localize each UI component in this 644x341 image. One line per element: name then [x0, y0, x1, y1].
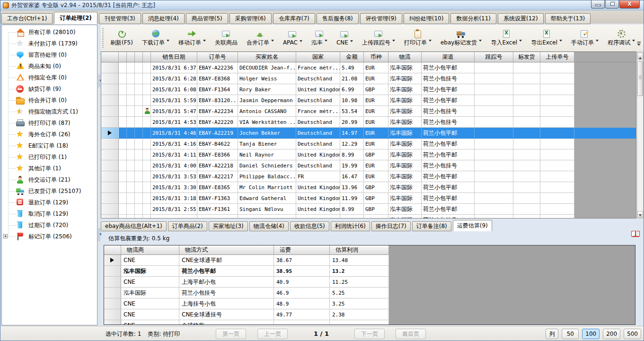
menu-tab[interactable]: 评价管理(9): [360, 13, 402, 24]
toolbar-button[interactable]: 上传跟踪号: [358, 26, 399, 50]
sidebar-item[interactable]: 所有订单 (28010): [2, 26, 97, 38]
close-button[interactable]: [619, 0, 640, 9]
toolbar-button[interactable]: 手动订单: [567, 26, 602, 50]
row-selector-cell[interactable]: [104, 266, 121, 277]
chevron-down-icon[interactable]: [300, 40, 302, 44]
row-selector-cell[interactable]: [101, 182, 119, 193]
row-selector-cell[interactable]: [101, 204, 119, 215]
toolbar-button[interactable]: 打印订单: [400, 26, 435, 50]
tree-expand-icon[interactable]: [3, 234, 8, 238]
row-selector-cell[interactable]: [101, 171, 119, 182]
row-selector-cell[interactable]: [101, 62, 119, 73]
table-row[interactable]: 2015/8/31 4:46 EBAY-A22219 Jochen Bekker…: [101, 128, 636, 139]
detail-tab[interactable]: ebay商品信息(Alt+1): [101, 221, 167, 231]
freight-row[interactable]: CNE 全球快客: [104, 320, 389, 325]
toolbar-button[interactable]: 导入Excel: [487, 26, 526, 50]
menu-tab[interactable]: 帮助关于(13): [545, 13, 591, 24]
row-selector-cell[interactable]: [104, 277, 121, 288]
table-row[interactable]: 2015/8/31 3:18 EBAY-F1363 Edward Gathera…: [101, 193, 636, 204]
row-selector-cell[interactable]: [101, 95, 119, 106]
sidebar-item[interactable]: 过期订单 (720): [2, 219, 97, 231]
menu-tab[interactable]: 消息处理(4): [142, 13, 185, 24]
scrollbar-thumb[interactable]: [637, 61, 643, 96]
restore-button[interactable]: [605, 0, 619, 9]
freight-row[interactable]: CNE 上海挂号小包 48.9 3.25: [104, 298, 389, 309]
sidebar-item[interactable]: 其他订单 (1): [2, 163, 97, 174]
chevron-down-icon[interactable]: [271, 40, 274, 43]
sidebar-item[interactable]: 海外仓订单 (26): [2, 129, 97, 140]
sidebar-item[interactable]: 已打印订单 (1): [2, 151, 97, 163]
column-header-sale-date[interactable]: 销售日期: [151, 52, 197, 62]
chevron-down-icon[interactable]: [479, 40, 482, 43]
chevron-down-icon[interactable]: [632, 40, 635, 43]
toolbar-button[interactable]: APAC: [279, 26, 306, 50]
column-header-upload-no[interactable]: 上传单号: [540, 52, 574, 62]
sidebar-item[interactable]: 待打印订单 (87): [2, 117, 97, 129]
column-header-order-no[interactable]: 订单号: [197, 52, 238, 62]
toolbar-button[interactable]: 合并订单: [243, 26, 278, 50]
chevron-down-icon[interactable]: [429, 40, 432, 43]
sidebar-item[interactable]: 留言待处理 (0): [2, 49, 97, 61]
page-size-button[interactable]: 100: [582, 329, 600, 339]
row-selector-cell[interactable]: [101, 215, 119, 219]
sidebar-item[interactable]: 待指定仓库 (0): [2, 72, 97, 83]
freight-row[interactable]: 泓丰国际 荷兰小包平邮 38.95 13.2: [104, 266, 389, 277]
column-header-method[interactable]: 物流方式: [179, 245, 274, 255]
detail-tab[interactable]: 订单商品(2): [168, 221, 207, 231]
table-row[interactable]: 2015/8/31 5:59 EBAY-83120... Jasmin Depp…: [101, 95, 636, 106]
menu-tab[interactable]: 订单处理(2): [54, 12, 97, 24]
row-selector-cell[interactable]: [101, 160, 119, 171]
toolbar-button[interactable]: 泓丰: [308, 26, 331, 50]
menu-tab[interactable]: 系统设置(12): [498, 13, 544, 24]
column-header-ship-flag[interactable]: 标发货: [513, 52, 540, 62]
toolbar-button[interactable]: 关联商品: [211, 26, 241, 50]
chevron-down-icon[interactable]: [167, 40, 169, 43]
detail-tab[interactable]: 利润统计(6): [331, 221, 370, 231]
table-row[interactable]: 2015/8/31 6:08 EBAY-F1364 Rory Baker Uni…: [101, 84, 636, 95]
menu-tab[interactable]: 仓库库存(7): [273, 13, 315, 24]
column-header-currency[interactable]: 币种: [364, 52, 388, 62]
prev-page-button[interactable]: 上一页: [257, 329, 288, 339]
row-selector-cell[interactable]: [104, 309, 121, 320]
toolbar-button[interactable]: 程序调试: [604, 26, 639, 50]
column-header-fee[interactable]: 运费: [274, 245, 330, 255]
freight-row[interactable]: CNE CNE全球通挂号 49.77 2.38: [104, 309, 389, 320]
column-header-tracking[interactable]: 跟踪号: [475, 52, 513, 62]
detail-tab[interactable]: 操作日志(7): [371, 221, 411, 231]
minimize-button[interactable]: [591, 0, 605, 9]
row-selector-cell[interactable]: [101, 84, 119, 95]
row-selector-cell[interactable]: [101, 128, 119, 139]
table-row[interactable]: 2015/8/31 4:53 EBAY-A22220 VIA Werkstätt…: [101, 117, 636, 128]
sidebar-item[interactable]: 退款订单 (129): [2, 197, 97, 208]
sidebar-item[interactable]: 未付款订单 (1739): [2, 38, 97, 49]
row-selector-cell[interactable]: [104, 298, 121, 309]
table-row[interactable]: 2015/8/31 5:47 EBAY-A22234 Antonio CASSA…: [101, 106, 636, 117]
column-header-profit[interactable]: 估算利润: [330, 245, 389, 255]
sidebar-item[interactable]: 待交运订单 (21): [2, 174, 97, 185]
sidebar-item[interactable]: 已发货订单 (25107): [2, 185, 97, 197]
chevron-down-icon[interactable]: [325, 40, 327, 43]
menu-tab[interactable]: 刊登管理(3): [99, 13, 141, 24]
sidebar-item[interactable]: 待合并订单 (0): [2, 95, 97, 106]
sidebar-splitter[interactable]: [97, 25, 101, 325]
toolbar-button[interactable]: ebay标记发货: [437, 26, 485, 50]
orders-scrollbar[interactable]: [637, 52, 644, 219]
table-row[interactable]: 2015/8/31 3:53 EBAY-A22217 Philippe Bald…: [101, 171, 636, 182]
row-selector-cell[interactable]: [101, 106, 119, 117]
row-selector-cell[interactable]: [101, 193, 119, 204]
column-header-channel[interactable]: 渠道: [422, 52, 475, 62]
table-row[interactable]: 2015/8/31 2:55 EBAY-F1361 Singani Ndlovu…: [101, 204, 636, 215]
row-selector-cell[interactable]: [104, 255, 121, 266]
column-header-logistics[interactable]: 物流: [388, 52, 422, 62]
first-page-button[interactable]: 第一页: [216, 329, 246, 339]
toolbar-button[interactable]: 下载订单: [138, 26, 173, 50]
sidebar-item[interactable]: 待指定物流方式 (1): [2, 106, 97, 117]
table-row[interactable]: 2015/8/31 4:00 EBAY-A22218 Daniel Schnie…: [101, 160, 636, 171]
chevron-down-icon[interactable]: [392, 40, 395, 43]
sidebar-item[interactable]: 标记订单 (2506): [2, 231, 97, 242]
detail-tab[interactable]: 物流仓储(4): [249, 221, 289, 231]
row-selector-cell[interactable]: [101, 73, 119, 84]
detail-tab[interactable]: 收款信息(5): [290, 221, 329, 231]
toolbar-button[interactable]: 移动订单: [175, 26, 210, 50]
scroll-up-icon[interactable]: [637, 52, 643, 60]
